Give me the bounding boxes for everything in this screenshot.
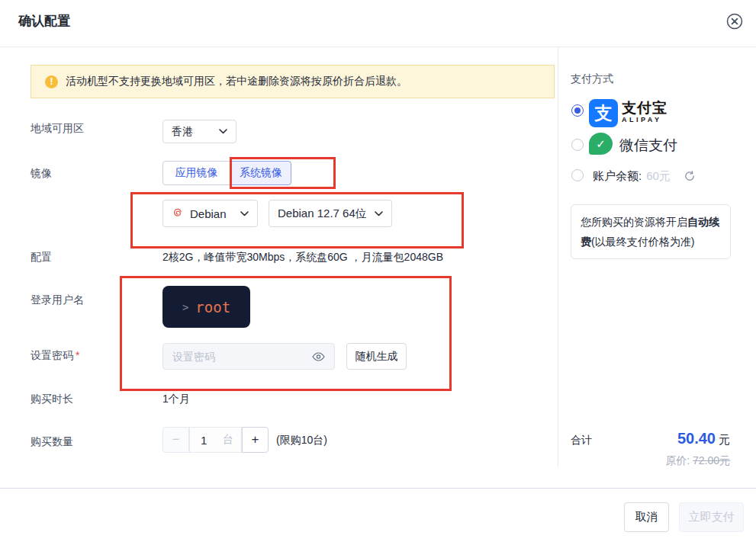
confirm-config-dialog: 确认配置 ! 活动机型不支持更换地域可用区，若中途删除资源将按原价折合后退款。 …	[0, 0, 756, 545]
username-value: root	[195, 299, 230, 316]
region-select[interactable]: 香港	[162, 120, 236, 143]
quantity-label: 购买数量	[31, 435, 73, 449]
warning-banner: ! 活动机型不支持更换地域可用区，若中途删除资源将按原价折合后退款。	[31, 65, 555, 98]
balance-label[interactable]: 账户余额:60元	[593, 169, 671, 184]
dialog-title: 确认配置	[18, 12, 70, 30]
warning-icon: !	[45, 75, 58, 88]
wechat-label[interactable]: 微信支付	[619, 136, 677, 155]
config-value: 2核2G，峰值带宽30Mbps，系统盘60G ，月流量包2048GB	[162, 251, 443, 264]
quantity-limit-text: (限购10台)	[276, 434, 327, 447]
total-amount: 50.40	[677, 430, 716, 447]
password-field-wrap	[162, 343, 335, 370]
payment-title: 支付方式	[571, 72, 613, 86]
alipay-radio[interactable]	[571, 104, 584, 117]
footer-divider	[0, 488, 756, 489]
quantity-unit: 台	[223, 433, 233, 447]
duration-label: 购买时长	[31, 393, 73, 406]
warning-text: 活动机型不支持更换地域可用区，若中途删除资源将按原价折合后退款。	[66, 75, 407, 88]
os-version-select[interactable]: Debian 12.7 64位	[269, 200, 392, 227]
region-label: 地域可用区	[31, 122, 84, 136]
region-select-value: 香港	[172, 125, 193, 139]
quantity-minus-button[interactable]: −	[162, 427, 189, 453]
header-divider	[0, 46, 756, 47]
chevron-down-icon	[375, 211, 383, 216]
os-select[interactable]: Debian	[162, 200, 258, 227]
alipay-logo-icon[interactable]: 支	[589, 99, 618, 127]
quantity-input[interactable]: 1 台	[189, 427, 242, 453]
total-currency: 元	[719, 433, 730, 446]
username-terminal: > root	[162, 286, 250, 328]
cancel-button[interactable]: 取消	[624, 502, 669, 532]
total-price: 50.40元	[677, 430, 730, 447]
balance-radio[interactable]	[571, 169, 584, 181]
os-version-value: Debian 12.7 64位	[278, 207, 368, 221]
generate-password-button[interactable]: 随机生成	[346, 343, 407, 370]
chevron-down-icon	[240, 211, 249, 216]
wechat-radio[interactable]	[571, 139, 584, 151]
os-select-value: Debian	[190, 207, 234, 220]
image-label: 镜像	[31, 167, 52, 181]
debian-logo-icon	[172, 207, 184, 220]
original-price-label: 原价:	[665, 454, 693, 466]
eye-icon[interactable]	[312, 352, 325, 361]
total-label: 合计	[571, 434, 592, 447]
refresh-balance-icon[interactable]	[684, 170, 696, 182]
original-price-row: 原价: 72.00元	[571, 454, 730, 468]
original-price-value: 72.00元	[693, 454, 730, 466]
terminal-prompt-icon: >	[182, 301, 188, 313]
password-input[interactable]	[172, 351, 306, 363]
required-asterisk: *	[76, 349, 79, 361]
pay-now-button[interactable]: 立即支付	[679, 502, 744, 532]
wechat-logo-icon[interactable]: ✓	[589, 133, 613, 155]
password-label: 设置密码*	[31, 349, 79, 363]
duration-value: 1个月	[162, 393, 190, 406]
username-label: 登录用户名	[31, 293, 84, 307]
quantity-plus-button[interactable]: +	[242, 427, 269, 453]
balance-amount: 60元	[646, 169, 671, 182]
close-icon[interactable]	[725, 12, 744, 30]
quantity-value: 1	[201, 434, 207, 447]
panel-divider	[558, 47, 558, 467]
config-label: 配置	[31, 251, 52, 264]
auto-renew-notice: 您所购买的资源将开启自动续费(以最终支付价格为准)	[571, 204, 731, 259]
chevron-down-icon	[219, 129, 227, 134]
total-row: 合计 50.40元	[571, 430, 730, 447]
tab-system-image[interactable]: 系统镜像	[230, 161, 291, 185]
alipay-label[interactable]: 支付宝 ALIPAY	[622, 101, 668, 123]
tab-app-image[interactable]: 应用镜像	[162, 161, 230, 185]
